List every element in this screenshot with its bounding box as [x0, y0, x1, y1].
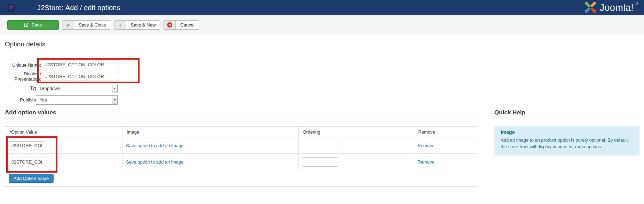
- table-header-row: *Option Value Image Ordering Remove: [5, 127, 477, 137]
- unique-name-label: Unique Name:: [5, 62, 41, 68]
- quick-help-info-box: Image Add an image to an product option …: [494, 126, 639, 156]
- column-header-image: Image: [122, 127, 299, 137]
- j2store-cart-logo: [7, 4, 15, 12]
- save-and-close-button[interactable]: ✔ Save & Close: [62, 20, 111, 30]
- display-presentation-input[interactable]: [42, 72, 119, 81]
- quick-help-box-text: Add an image to an product option is pur…: [501, 137, 633, 150]
- table-footer-row: Add Option Value: [5, 170, 477, 187]
- edit-pencil-icon: [24, 22, 29, 28]
- cancel-circle-icon: ✕: [167, 22, 172, 28]
- column-header-ordering: Ordering: [299, 127, 414, 137]
- shopping-cart-icon: [9, 5, 13, 11]
- top-navigation-bar: J2Store: Add / edit options Joomla! ®: [0, 0, 644, 15]
- cancel-button[interactable]: ✕ Cancel: [164, 20, 199, 30]
- save-and-new-label: Save & New: [126, 21, 160, 29]
- joomla-logo-text: Joomla!: [599, 2, 634, 13]
- type-select-value: Dropdown: [36, 86, 112, 91]
- save-and-new-button[interactable]: + Save & New: [114, 20, 161, 30]
- column-header-option-value: *Option Value: [5, 127, 122, 137]
- type-select[interactable]: Dropdown ▼: [36, 84, 118, 93]
- option-value-input[interactable]: [9, 158, 45, 166]
- add-option-values-heading: Add option values: [5, 109, 56, 116]
- save-and-close-label: Save & Close: [74, 21, 111, 29]
- registered-mark: ®: [636, 2, 638, 6]
- ordering-input[interactable]: [302, 157, 338, 167]
- option-details-heading: Option details: [5, 40, 45, 48]
- quick-help-box-title: Image: [501, 129, 633, 135]
- quick-help-heading: Quick Help: [494, 109, 525, 116]
- divider: [494, 120, 640, 120]
- published-select-value: Yes: [36, 97, 112, 103]
- table-row: Save option to add an image Remove: [5, 137, 477, 154]
- unique-name-input[interactable]: [42, 60, 119, 69]
- save-option-image-link[interactable]: Save option to add an image: [126, 159, 184, 165]
- option-value-input[interactable]: [9, 141, 45, 150]
- remove-link[interactable]: Remove: [418, 143, 434, 148]
- column-header-remove: Remove: [414, 127, 477, 137]
- save-button-label: Save: [31, 22, 42, 28]
- divider: [5, 53, 640, 53]
- option-values-table: *Option Value Image Ordering Remove Save…: [5, 126, 477, 187]
- page-title: J2Store: Add / edit options: [37, 0, 120, 15]
- display-presentation-label: Display / Presentation:: [5, 71, 41, 82]
- save-option-image-link[interactable]: Save option to add an image: [126, 143, 184, 148]
- toolbar: Save ✔ Save & Close + Save & New ✕ Cance…: [0, 15, 644, 34]
- save-button[interactable]: Save: [7, 20, 59, 30]
- add-option-value-button[interactable]: Add Option Value: [9, 174, 54, 183]
- published-select[interactable]: Yes ▼: [36, 95, 118, 105]
- cancel-label: Cancel: [176, 21, 199, 29]
- check-icon: ✔: [66, 22, 70, 28]
- page: J2Store: Add / edit options Joomla! ®: [0, 0, 644, 204]
- divider: [5, 120, 477, 120]
- chevron-down-icon: ▼: [112, 84, 117, 93]
- plus-icon: +: [118, 22, 122, 28]
- joomla-logo: Joomla! ®: [584, 0, 638, 15]
- joomla-mark-icon: [584, 1, 597, 15]
- chevron-down-icon: ▼: [112, 96, 117, 104]
- ordering-input[interactable]: [302, 141, 338, 150]
- table-row: Save option to add an image Remove: [5, 154, 477, 170]
- remove-link[interactable]: Remove: [418, 159, 434, 165]
